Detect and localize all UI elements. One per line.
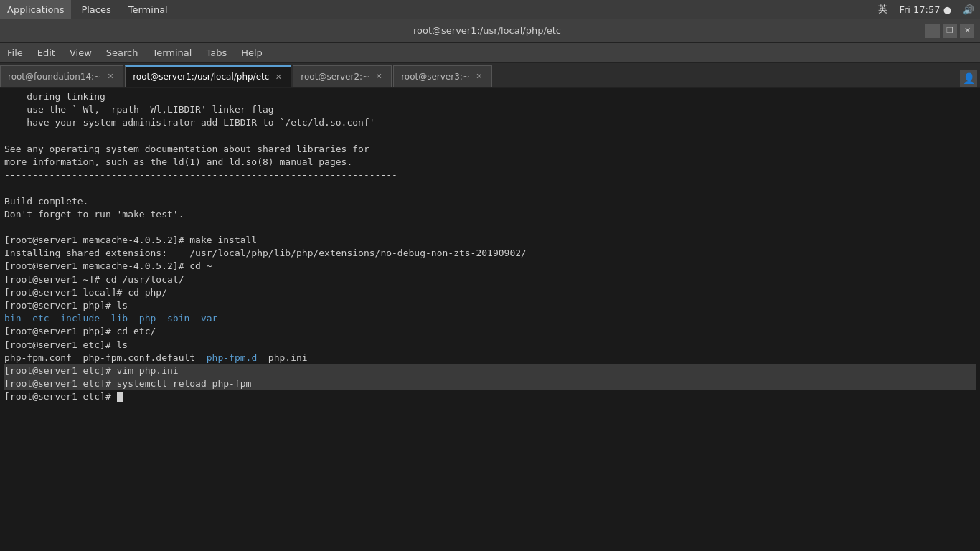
datetime-display: Fri 17:57 ● <box>899 4 951 15</box>
term-line <box>4 221 976 234</box>
cursor <box>117 392 123 402</box>
title-bar: root@server1:/usr/local/php/etc — ❐ ✕ <box>0 19 980 43</box>
term-line <box>4 182 976 194</box>
term-line: Don't forget to run 'make test'. <box>4 208 976 221</box>
term-line: Installing shared extensions: /usr/local… <box>4 247 976 260</box>
tabs-menu[interactable]: Tabs <box>199 43 234 63</box>
tab-close-2[interactable]: ✕ <box>273 72 283 82</box>
window-title: root@server1:/usr/local/php/etc <box>49 25 925 36</box>
tab-close-1[interactable]: ✕ <box>105 72 116 82</box>
window-controls: — ❐ ✕ <box>925 24 974 38</box>
tab-server3[interactable]: root@server3:~ ✕ <box>393 65 492 87</box>
file-menu[interactable]: File <box>0 43 30 63</box>
tabs-right: 👤 <box>960 70 980 87</box>
terminal-menu[interactable]: Terminal <box>121 0 175 19</box>
system-bar-right: 英 Fri 17:57 ● 🔊 <box>878 3 980 16</box>
system-bar-left: Applications Places Terminal <box>0 0 175 19</box>
applications-menu[interactable]: Applications <box>0 0 71 19</box>
terminal-label: Terminal <box>128 4 168 15</box>
sound-icon[interactable]: 🔊 <box>963 4 974 15</box>
applications-label: Applications <box>7 4 64 15</box>
term-line: [root@server1 php]# cd etc/ <box>4 325 976 338</box>
tab-server1[interactable]: root@server1:/usr/local/php/etc ✕ <box>125 65 291 87</box>
term-line-systemctl: [root@server1 etc]# systemctl reload php… <box>4 377 976 390</box>
tab-close-3[interactable]: ✕ <box>374 72 384 82</box>
edit-menu[interactable]: Edit <box>30 43 62 63</box>
menu-bar: File Edit View Search Terminal Tabs Help <box>0 43 980 63</box>
term-line: more information, such as the ld(1) and … <box>4 156 976 169</box>
terminal-content[interactable]: during linking - use the `-Wl,--rpath -W… <box>0 88 980 551</box>
view-menu[interactable]: View <box>62 43 99 63</box>
term-line: [root@server1 etc]# ls <box>4 339 976 352</box>
tab-close-4[interactable]: ✕ <box>474 72 484 82</box>
term-line: - use the `-Wl,--rpath -Wl,LIBDIR' linke… <box>4 103 976 116</box>
search-menu[interactable]: Search <box>99 43 146 63</box>
term-line-ls-colors: bin etc include lib php sbin var <box>4 312 976 325</box>
places-label: Places <box>81 4 110 15</box>
term-line: [root@server1 ~]# cd /usr/local/ <box>4 273 976 286</box>
term-line-prompt: [root@server1 etc]# <box>4 390 976 403</box>
term-line-vim: [root@server1 etc]# vim php.ini <box>4 364 976 377</box>
close-button[interactable]: ✕ <box>960 24 974 38</box>
term-line: Build complete. <box>4 195 976 208</box>
help-menu[interactable]: Help <box>234 43 270 63</box>
terminal-window: root@server1:/usr/local/php/etc — ❐ ✕ Fi… <box>0 19 980 551</box>
terminal-menu-item[interactable]: Terminal <box>145 43 199 63</box>
term-line: See any operating system documentation a… <box>4 143 976 156</box>
term-line: [root@server1 memcache-4.0.5.2]# cd ~ <box>4 260 976 273</box>
tabs-bar: root@foundation14:~ ✕ root@server1:/usr/… <box>0 63 980 88</box>
language-indicator: 英 <box>878 3 887 16</box>
term-line: [root@server1 local]# cd php/ <box>4 286 976 299</box>
tab-server2[interactable]: root@server2:~ ✕ <box>293 65 392 87</box>
term-line: - have your system administrator add LIB… <box>4 116 976 129</box>
maximize-button[interactable]: ❐ <box>943 24 957 38</box>
minimize-button[interactable]: — <box>925 24 940 38</box>
term-line: [root@server1 memcache-4.0.5.2]# make in… <box>4 234 976 247</box>
system-bar: Applications Places Terminal 英 Fri 17:57… <box>0 0 980 19</box>
term-line <box>4 130 976 143</box>
term-line: [root@server1 php]# ls <box>4 299 976 312</box>
term-line-ls2: php-fpm.conf php-fpm.conf.default php-fp… <box>4 352 976 364</box>
term-line: during linking <box>4 90 976 103</box>
tab-foundation14[interactable]: root@foundation14:~ ✕ <box>0 65 123 87</box>
term-line: ----------------------------------------… <box>4 169 976 182</box>
places-menu[interactable]: Places <box>74 0 118 19</box>
tab-user-icon[interactable]: 👤 <box>960 70 977 87</box>
